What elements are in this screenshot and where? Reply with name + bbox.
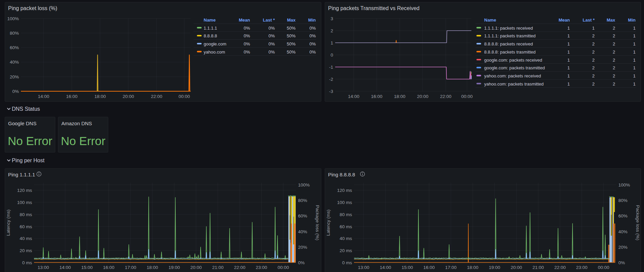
svg-text:google.com: packets received: google.com: packets received <box>484 58 542 63</box>
svg-text:00:00: 00:00 <box>598 265 609 270</box>
svg-text:Latency (ms): Latency (ms) <box>326 209 331 236</box>
svg-text:2: 2 <box>592 33 594 38</box>
svg-text:Name: Name <box>484 18 496 23</box>
svg-text:22:00: 22:00 <box>151 94 163 99</box>
svg-text:14:00: 14:00 <box>38 94 49 99</box>
svg-text:18:00: 18:00 <box>147 265 158 270</box>
svg-text:0%: 0% <box>12 89 19 94</box>
svg-text:2: 2 <box>330 28 333 33</box>
svg-text:2: 2 <box>613 41 615 46</box>
svg-text:60%: 60% <box>618 213 627 218</box>
svg-text:No Error: No Error <box>8 134 53 147</box>
svg-text:google.com: google.com <box>204 41 226 46</box>
svg-text:20%: 20% <box>298 245 307 250</box>
svg-text:1: 1 <box>633 33 636 38</box>
svg-text:0%: 0% <box>244 26 250 31</box>
svg-text:1.1.1.1: 1.1.1.1 <box>204 26 217 31</box>
svg-text:2: 2 <box>613 49 615 55</box>
svg-text:0%: 0% <box>618 260 625 265</box>
svg-text:1: 1 <box>567 58 570 63</box>
svg-text:50%: 50% <box>287 26 295 31</box>
svg-text:0%: 0% <box>310 49 316 55</box>
svg-text:2: 2 <box>613 73 615 78</box>
svg-text:20:00: 20:00 <box>123 94 134 99</box>
svg-text:100 ms: 100 ms <box>17 200 32 205</box>
svg-text:1: 1 <box>567 26 570 31</box>
svg-text:2: 2 <box>613 58 615 63</box>
svg-text:22:00: 22:00 <box>234 265 245 270</box>
svg-text:1.1.1.1: packets trasmitted: 1.1.1.1: packets trasmitted <box>484 33 535 38</box>
svg-text:1: 1 <box>633 41 636 46</box>
svg-text:0%: 0% <box>268 41 275 46</box>
svg-text:Package loss (%): Package loss (%) <box>315 205 320 240</box>
svg-text:1: 1 <box>567 41 570 46</box>
svg-text:21:00: 21:00 <box>212 265 224 270</box>
svg-text:2: 2 <box>592 65 594 70</box>
svg-text:DNS Status: DNS Status <box>12 106 40 112</box>
svg-text:100%: 100% <box>298 182 310 188</box>
svg-text:23:00: 23:00 <box>256 265 267 270</box>
svg-text:Ping 1.1.1.1: Ping 1.1.1.1 <box>8 172 35 177</box>
svg-text:40%: 40% <box>618 229 627 234</box>
svg-text:0%: 0% <box>268 33 275 38</box>
svg-text:20%: 20% <box>618 245 627 250</box>
svg-text:13:00: 13:00 <box>38 265 49 270</box>
svg-text:Ping per Host: Ping per Host <box>12 158 45 163</box>
svg-text:1: 1 <box>633 81 636 87</box>
svg-text:60 ms: 60 ms <box>340 224 352 229</box>
svg-text:2: 2 <box>613 65 615 70</box>
svg-text:1: 1 <box>567 33 570 38</box>
svg-text:0%: 0% <box>298 260 305 265</box>
svg-text:0: 0 <box>330 53 333 58</box>
svg-text:Min: Min <box>308 18 316 23</box>
svg-text:google.com: packets trasmitted: google.com: packets trasmitted <box>484 65 545 70</box>
svg-text:80%: 80% <box>618 198 627 203</box>
svg-text:0 ms: 0 ms <box>342 260 352 265</box>
svg-text:2: 2 <box>613 26 615 31</box>
svg-text:17:00: 17:00 <box>445 265 457 270</box>
svg-text:8.8.8.8: 8.8.8.8 <box>204 33 217 38</box>
svg-text:80 ms: 80 ms <box>340 212 352 217</box>
svg-text:40 ms: 40 ms <box>340 236 352 241</box>
svg-text:20:00: 20:00 <box>511 265 522 270</box>
svg-text:40%: 40% <box>298 229 307 234</box>
svg-text:16:00: 16:00 <box>423 265 435 270</box>
svg-text:80 ms: 80 ms <box>20 212 32 217</box>
svg-text:17:00: 17:00 <box>125 265 136 270</box>
svg-text:100%: 100% <box>618 182 630 188</box>
svg-text:yahoo.com: yahoo.com <box>204 49 225 55</box>
svg-text:1: 1 <box>567 81 570 87</box>
svg-text:1: 1 <box>633 26 636 31</box>
svg-text:1: 1 <box>592 26 594 31</box>
svg-text:Latency (ms): Latency (ms) <box>6 209 11 236</box>
svg-text:60 ms: 60 ms <box>20 224 32 229</box>
svg-text:Ping packet loss (%): Ping packet loss (%) <box>8 5 57 11</box>
svg-text:13:00: 13:00 <box>358 265 370 270</box>
svg-text:Mean: Mean <box>559 18 570 23</box>
svg-text:Ping 8.8.8.8: Ping 8.8.8.8 <box>328 172 355 177</box>
svg-text:1: 1 <box>633 58 636 63</box>
svg-text:2: 2 <box>613 33 615 38</box>
svg-text:Last *: Last * <box>583 18 595 23</box>
svg-text:50%: 50% <box>287 33 295 38</box>
svg-text:14:00: 14:00 <box>348 94 359 99</box>
svg-text:0 ms: 0 ms <box>22 260 32 265</box>
svg-text:1: 1 <box>567 65 570 70</box>
svg-text:Max: Max <box>287 18 296 23</box>
svg-text:40 ms: 40 ms <box>20 236 32 241</box>
svg-text:No Error: No Error <box>61 134 106 147</box>
svg-text:80%: 80% <box>10 31 19 36</box>
svg-text:16:00: 16:00 <box>103 265 115 270</box>
svg-text:20%: 20% <box>10 74 19 79</box>
svg-text:80%: 80% <box>298 198 307 203</box>
svg-text:00:00: 00:00 <box>179 94 190 99</box>
svg-text:20 ms: 20 ms <box>20 248 32 253</box>
svg-text:60%: 60% <box>298 213 307 218</box>
svg-text:20 ms: 20 ms <box>340 248 352 253</box>
svg-text:0%: 0% <box>268 26 275 31</box>
svg-text:15:00: 15:00 <box>402 265 413 270</box>
svg-text:2: 2 <box>592 49 594 55</box>
svg-text:23:00: 23:00 <box>576 265 588 270</box>
svg-text:15:00: 15:00 <box>81 265 93 270</box>
svg-text:14:00: 14:00 <box>380 265 391 270</box>
